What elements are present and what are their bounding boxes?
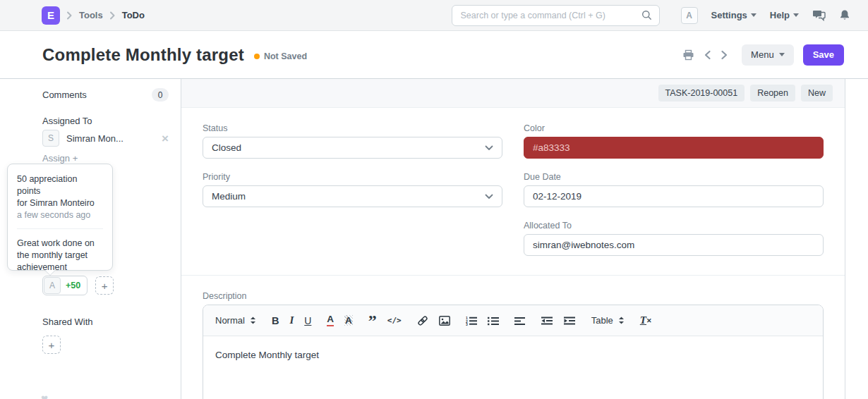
paragraph-style-value: Normal xyxy=(215,315,245,326)
caret-down-icon xyxy=(779,53,785,56)
prev-doc-chevron-icon[interactable] xyxy=(704,50,711,60)
allocated-to-input[interactable] xyxy=(524,234,824,256)
bullet-list-icon[interactable] xyxy=(488,316,499,326)
comments-count-badge: 0 xyxy=(152,88,169,102)
breadcrumb-chevron-icon xyxy=(66,11,73,20)
chevron-down-icon xyxy=(485,194,493,200)
color-value-box[interactable]: #a83333 xyxy=(524,137,824,159)
form-head-band: TASK-2019-00051 Reopen New xyxy=(181,79,845,108)
image-icon[interactable] xyxy=(439,316,450,326)
assigned-to-heading: Assigned To xyxy=(42,116,169,126)
menu-label: Menu xyxy=(751,49,774,60)
user-avatar[interactable]: A xyxy=(681,7,698,24)
comments-label: Comments xyxy=(42,90,87,100)
navbar: E Tools ToDo A Settings Help xyxy=(0,0,868,31)
form-main: TASK-2019-00051 Reopen New Status Closed… xyxy=(181,79,845,399)
status-value: Closed xyxy=(212,142,241,153)
italic-icon[interactable]: I xyxy=(289,314,294,326)
status-field: Status Closed xyxy=(203,123,502,161)
rich-text-editor: Normal B I U A A ” </> xyxy=(203,305,824,399)
assign-link[interactable]: Assign + xyxy=(42,153,169,164)
clear-format-icon[interactable]: T✕ xyxy=(640,314,652,326)
app-logo[interactable]: E xyxy=(42,6,60,25)
review-points-pill[interactable]: A +50 xyxy=(42,276,88,295)
navbar-right: A Settings Help xyxy=(681,7,868,24)
due-date-label: Due Date xyxy=(524,172,824,182)
underline-icon[interactable]: U xyxy=(304,315,311,326)
doc-id-badge: TASK-2019-00051 xyxy=(658,85,745,102)
comments-row[interactable]: Comments 0 xyxy=(42,88,169,102)
grid-spacer xyxy=(203,221,502,258)
description-label: Description xyxy=(203,291,824,301)
outdent-icon[interactable] xyxy=(541,317,553,325)
due-date-field: Due Date xyxy=(524,172,824,209)
add-review-button[interactable]: + xyxy=(95,276,114,295)
color-field: Color #a83333 xyxy=(524,123,824,161)
header-actions: Menu Save xyxy=(682,44,844,66)
shared-with-heading: Shared With xyxy=(42,317,169,327)
save-label: Save xyxy=(813,49,834,60)
font-color-icon[interactable]: A xyxy=(327,314,334,326)
form-sidebar: Comments 0 Assigned To S Simran Mon... ×… xyxy=(0,79,181,399)
menu-button[interactable]: Menu xyxy=(742,44,794,66)
table-menu[interactable]: Table xyxy=(591,315,625,326)
code-icon[interactable]: </> xyxy=(387,316,402,325)
help-menu[interactable]: Help xyxy=(770,10,799,20)
popover-arrow xyxy=(44,270,56,276)
editor-content[interactable]: Complete Monthly target xyxy=(203,336,823,399)
not-saved-dot-icon xyxy=(254,54,260,59)
priority-select[interactable]: Medium xyxy=(203,185,502,207)
caret-down-icon xyxy=(793,13,799,17)
indent-icon[interactable] xyxy=(564,317,576,325)
blockquote-icon[interactable]: ” xyxy=(368,317,377,325)
review-points-value: +50 xyxy=(66,281,80,290)
status-select[interactable]: Closed xyxy=(203,137,502,159)
popover-title-line: for Simran Monteiro xyxy=(17,197,103,209)
popover-divider xyxy=(17,228,103,229)
priority-value: Medium xyxy=(212,191,246,202)
updown-arrows-icon xyxy=(250,316,256,325)
paragraph-style-select[interactable]: Normal xyxy=(215,315,256,326)
reopen-badge[interactable]: Reopen xyxy=(750,85,795,102)
notifications-bell-icon[interactable] xyxy=(839,9,850,21)
search-input[interactable] xyxy=(461,11,641,20)
chat-icon[interactable] xyxy=(812,10,826,21)
align-icon[interactable] xyxy=(514,317,526,325)
popover-message-line: achievement xyxy=(17,262,103,274)
next-doc-chevron-icon[interactable] xyxy=(721,50,728,60)
description-section: Description Normal B I U A A ” </> xyxy=(181,276,845,399)
highlight-color-icon[interactable]: A xyxy=(344,315,353,326)
description-text: Complete Monthly target xyxy=(215,350,319,360)
settings-label: Settings xyxy=(711,10,747,20)
caret-down-icon xyxy=(751,13,757,17)
breadcrumb-chevron-icon xyxy=(109,11,116,20)
chevron-down-icon xyxy=(485,145,493,151)
settings-menu[interactable]: Settings xyxy=(711,10,757,20)
ordered-list-icon[interactable]: 123 xyxy=(466,316,477,326)
allocated-to-label: Allocated To xyxy=(524,221,824,231)
print-icon[interactable] xyxy=(682,49,694,61)
assignee-row[interactable]: S Simran Mon... × xyxy=(42,130,169,147)
bold-icon[interactable]: B xyxy=(272,315,279,326)
link-icon[interactable] xyxy=(417,315,428,326)
priority-label: Priority xyxy=(203,172,502,182)
save-button[interactable]: Save xyxy=(803,44,844,66)
help-label: Help xyxy=(770,10,790,20)
svg-text:3: 3 xyxy=(466,322,468,326)
assignee-avatar: S xyxy=(42,130,59,147)
fields-grid: Status Closed Color #a83333 Priority Med… xyxy=(181,108,845,275)
share-add-button[interactable]: + xyxy=(42,336,61,354)
popover-title-line: 50 appreciation points xyxy=(17,173,103,197)
search-icon[interactable] xyxy=(641,10,652,20)
remove-assignee-icon[interactable]: × xyxy=(162,133,169,145)
popover-message-line: the monthly target xyxy=(17,250,103,262)
popover-timestamp: a few seconds ago xyxy=(17,209,103,221)
due-date-input[interactable] xyxy=(524,185,824,207)
breadcrumb-tools[interactable]: Tools xyxy=(79,10,103,20)
color-value: #a83333 xyxy=(533,142,570,153)
breadcrumb-todo[interactable]: ToDo xyxy=(122,10,145,20)
priority-field: Priority Medium xyxy=(203,172,502,209)
global-search xyxy=(452,5,660,26)
like-heart-icon[interactable]: ♥ xyxy=(41,392,48,399)
popover-message-line: Great work done on xyxy=(17,238,103,250)
